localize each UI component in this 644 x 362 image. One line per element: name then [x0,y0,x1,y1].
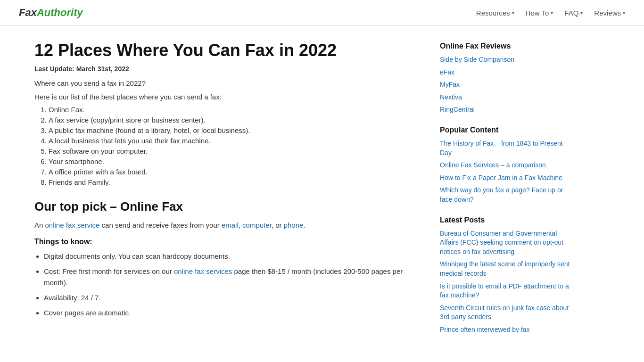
phone-link[interactable]: phone [284,221,304,229]
list-intro: Here is our list of the best places wher… [34,93,421,101]
sidebar-latest-posts: Latest Posts Bureau of Consumer and Gove… [440,216,572,335]
list-item: A fax service (copy/print store or busin… [49,116,421,124]
things-to-know-list: Digital documents only. You can scan har… [44,251,421,319]
sidebar-popular-content: Popular Content The History of Fax – fro… [440,126,572,205]
chevron-down-icon: ▾ [623,10,625,16]
nav-howto-label: How To [526,9,549,17]
comma1: , [239,221,242,229]
bullet-text-4: Cover pages are automatic. [44,309,131,317]
places-list: Online Fax. A fax service (copy/print st… [49,106,421,186]
bullet-item-3: Availability: 24 / 7. [44,292,421,304]
list-item: Your smartphone. [49,157,421,165]
chevron-down-icon: ▾ [512,10,514,16]
sidebar-link-history-fax[interactable]: The History of Fax – from 1843 to Presen… [440,139,572,157]
list-item: A local business that lets you use their… [49,137,421,145]
sidebar-link-paper-jam[interactable]: How to Fix a Paper Jam in a Fax Machine [440,173,572,183]
nav-faq[interactable]: FAQ ▾ [564,9,583,17]
site-header: FaxAuthority Resources ▾ How To ▾ FAQ ▾ … [0,0,644,26]
sidebar-link-side-by-side[interactable]: Side by Side Comparison [440,55,572,65]
sidebar-reviews-title: Online Fax Reviews [440,42,572,50]
sidebar-link-winnipeg[interactable]: Winnipeg the latest scene of improperly … [440,260,572,278]
online-fax-service-link[interactable]: online fax service [45,221,100,229]
bullet-text-3: Availability: 24 / 7. [44,294,101,302]
sidebar-popular-title: Popular Content [440,126,572,134]
para-middle: can send and receive faxes from your [99,221,221,229]
nav-reviews-label: Reviews [594,9,621,17]
main-content: 12 Places Where You Can Fax in 2022 Last… [34,40,421,346]
nav-howto[interactable]: How To ▾ [526,9,553,17]
site-logo[interactable]: FaxAuthority [19,7,83,19]
chevron-down-icon: ▾ [551,10,553,16]
sidebar-link-prince-fax[interactable]: Prince often interviewed by fax [440,325,572,335]
sidebar-link-ringcentral[interactable]: RingCentral [440,105,572,115]
logo-fax: Fax [19,7,37,18]
list-item: Friends and Family. [49,178,421,186]
last-update: Last Update: March 31st, 2022 [34,65,421,73]
sidebar-online-fax-reviews: Online Fax Reviews Side by Side Comparis… [440,42,572,115]
page-title: 12 Places Where You Can Fax in 2022 [34,40,421,60]
nav-resources-label: Resources [476,9,510,17]
main-nav: Resources ▾ How To ▾ FAQ ▾ Reviews ▾ [476,9,625,17]
online-fax-paragraph: An online fax service can send and recei… [34,220,421,231]
sidebar-link-nextiva[interactable]: Nextiva [440,93,572,102]
sidebar-latest-title: Latest Posts [440,216,572,224]
nav-reviews[interactable]: Reviews ▾ [594,9,625,17]
email-link[interactable]: email [222,221,239,229]
sidebar-link-seventh-circuit[interactable]: Seventh Circuit rules on junk fax case a… [440,304,572,322]
chevron-down-icon: ▾ [580,10,583,16]
sidebar-link-online-fax-comparison[interactable]: Online Fax Services – a comparison [440,161,572,170]
or-text: , or [272,221,284,229]
section-online-fax-heading: Our top pick – Online Fax [34,199,421,214]
sidebar-link-myfax[interactable]: MyFax [440,80,572,90]
computer-link[interactable]: computer [242,221,272,229]
list-item: A public fax machine (found at a library… [49,126,421,134]
bullet-item-1: Digital documents only. You can scan har… [44,251,421,262]
intro-paragraph-1: Where can you send a fax in 2022? [34,79,421,87]
sidebar-link-efax[interactable]: eFax [440,68,572,77]
para-prefix: An [34,221,45,229]
logo-authority: Authority [37,7,83,18]
sidebar-link-email-pdf[interactable]: Is it possible to email a PDF attachment… [440,282,572,300]
sidebar-link-face-up-down[interactable]: Which way do you fax a page? Face up or … [440,186,572,204]
sidebar-link-fcc-comment[interactable]: Bureau of Consumer and Governmental Affa… [440,229,572,257]
online-fax-services-link[interactable]: online fax services [174,267,232,275]
bullet-item-4: Cover pages are automatic. [44,307,421,319]
list-item: Fax software on your computer. [49,147,421,155]
bullet-text-1: Digital documents only. You can scan har… [44,252,230,260]
period: . [303,221,305,229]
things-to-know-heading: Things to know: [34,238,421,246]
list-item: Online Fax. [49,106,421,114]
list-item: A office printer with a fax board. [49,168,421,176]
nav-resources[interactable]: Resources ▾ [476,9,514,17]
sidebar: Online Fax Reviews Side by Side Comparis… [440,40,572,346]
bullet-item-2: Cost: Free first month for services on o… [44,266,421,288]
nav-faq-label: FAQ [564,9,578,17]
